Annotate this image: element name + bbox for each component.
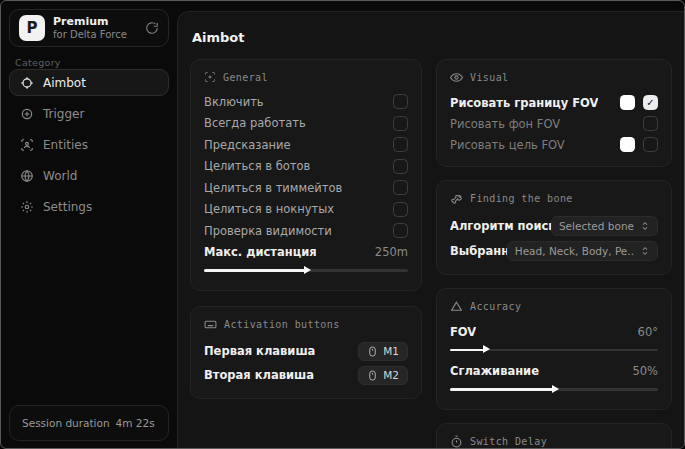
select-value: Head, Neck, Body, Pe.. bbox=[515, 245, 634, 257]
session-label: Session duration bbox=[22, 417, 110, 429]
sidebar-item-label: Entities bbox=[43, 138, 88, 152]
toggle-row: Целиться в нокнутых bbox=[204, 199, 408, 221]
keybind-row: Вторая клавиша M2 bbox=[204, 363, 408, 387]
slider-thumb[interactable] bbox=[483, 345, 490, 353]
sidebar-item-label: Trigger bbox=[43, 107, 84, 121]
visual-label: Рисовать цель FOV bbox=[450, 138, 565, 152]
checkbox[interactable] bbox=[393, 202, 408, 217]
bone-card: Finding the bone Алгоритм поиска кост Se… bbox=[436, 180, 672, 275]
checkbox[interactable] bbox=[393, 223, 408, 238]
toggle-label: Целиться в тиммейтов bbox=[204, 181, 342, 195]
keyboard-icon bbox=[204, 318, 217, 331]
smoothing-slider[interactable] bbox=[450, 384, 658, 394]
visual-card: Visual Рисовать границу FOV Рисовать фон… bbox=[436, 59, 672, 167]
checkbox[interactable] bbox=[643, 116, 658, 131]
checkbox[interactable] bbox=[643, 137, 658, 152]
toggle-row: Включить bbox=[204, 91, 408, 113]
checkbox[interactable] bbox=[393, 94, 408, 109]
sidebar-item-aimbot[interactable]: Aimbot bbox=[9, 69, 169, 96]
select-value: Selected bone bbox=[559, 220, 634, 232]
visual-label: Рисовать фон FOV bbox=[450, 117, 560, 131]
checkbox[interactable] bbox=[393, 159, 408, 174]
crosshair-icon bbox=[20, 76, 34, 90]
scan-icon bbox=[204, 71, 216, 83]
toggle-row: Целиться в ботов bbox=[204, 156, 408, 178]
sidebar-item-settings[interactable]: Settings bbox=[9, 193, 169, 220]
activation-card-title: Activation buttons bbox=[224, 319, 340, 330]
toggle-label: Предсказание bbox=[204, 138, 291, 152]
keybind-key: M1 bbox=[383, 345, 399, 357]
visual-row: Рисовать фон FOV bbox=[450, 113, 658, 134]
activation-card: Activation buttons Первая клавиша M1 bbox=[190, 306, 422, 399]
toggle-row: Проверка видимости bbox=[204, 220, 408, 242]
gear-icon bbox=[20, 200, 34, 214]
mouse-icon bbox=[367, 370, 378, 381]
app-window: P Premium for Delta Force Category Aimbo… bbox=[0, 0, 685, 449]
toggle-label: Всегда работать bbox=[204, 116, 306, 130]
toggle-row: Целиться в тиммейтов bbox=[204, 177, 408, 199]
mouse-icon bbox=[367, 346, 378, 357]
slider-value: 50% bbox=[632, 364, 658, 378]
eye-icon bbox=[450, 71, 463, 84]
delta-icon bbox=[450, 300, 463, 313]
keybind-label: Вторая клавиша bbox=[204, 368, 314, 382]
toggle-label: Целиться в нокнутых bbox=[204, 202, 334, 216]
brand-card: P Premium for Delta Force bbox=[9, 9, 169, 47]
slider-thumb[interactable] bbox=[552, 385, 559, 393]
bone-label: Алгоритм поиска кост bbox=[450, 219, 551, 233]
visual-label: Рисовать границу FOV bbox=[450, 96, 598, 110]
sidebar-item-trigger[interactable]: Trigger bbox=[9, 100, 169, 127]
checkbox[interactable] bbox=[393, 137, 408, 152]
stopwatch-icon bbox=[450, 435, 463, 448]
accuracy-card: Accuracy FOV 60° Сглаживание 50% bbox=[436, 288, 672, 410]
sidebar-item-entities[interactable]: Entities bbox=[9, 131, 169, 158]
unfold-icon bbox=[640, 246, 650, 256]
trigger-icon bbox=[20, 107, 34, 121]
color-swatch[interactable] bbox=[620, 137, 635, 152]
checkbox[interactable] bbox=[393, 116, 408, 131]
checkbox[interactable] bbox=[643, 95, 658, 110]
slider-thumb[interactable] bbox=[304, 266, 311, 274]
switch-delay-card: Switch Delay Задержка переключения Задер… bbox=[436, 423, 672, 449]
keybind-button-m1[interactable]: M1 bbox=[358, 342, 408, 361]
accuracy-card-title: Accuracy bbox=[470, 301, 521, 312]
toggle-row: Предсказание bbox=[204, 134, 408, 156]
slider-value: 250m bbox=[375, 245, 408, 259]
bone-row: Выбранные кос Head, Neck, Body, Pe.. bbox=[450, 238, 658, 263]
keybind-button-m2[interactable]: M2 bbox=[358, 366, 408, 385]
sidebar: P Premium for Delta Force Category Aimbo… bbox=[1, 1, 177, 448]
bone-algorithm-select[interactable]: Selected bone bbox=[551, 216, 658, 236]
bone-row: Алгоритм поиска кост Selected bone bbox=[450, 213, 658, 238]
slider-label: Макс. дистанция bbox=[204, 245, 317, 259]
sidebar-item-world[interactable]: World bbox=[9, 162, 169, 189]
color-swatch[interactable] bbox=[620, 95, 635, 110]
sidebar-item-label: Aimbot bbox=[43, 76, 86, 90]
page-title: Aimbot bbox=[192, 30, 677, 45]
slider-label: Сглаживание bbox=[450, 364, 539, 378]
slider-label: FOV bbox=[450, 325, 476, 339]
session-value: 4m 22s bbox=[116, 417, 155, 429]
sidebar-nav: Aimbot Trigger Entities bbox=[9, 69, 169, 224]
general-card: General Включить Всегда работать Предска… bbox=[190, 59, 422, 291]
slider-header-row: Макс. дистанция 250m bbox=[204, 242, 408, 264]
slider-header-row: Сглаживание 50% bbox=[450, 361, 658, 383]
entities-icon bbox=[20, 138, 34, 152]
switch-delay-card-title: Switch Delay bbox=[470, 436, 547, 447]
toggle-label: Включить bbox=[204, 95, 264, 109]
bone-label: Выбранные кос bbox=[450, 244, 507, 258]
selected-bones-select[interactable]: Head, Neck, Body, Pe.. bbox=[507, 241, 658, 261]
keybind-key: M2 bbox=[383, 369, 399, 381]
product-name: for Delta Force bbox=[53, 29, 137, 41]
checkbox[interactable] bbox=[393, 180, 408, 195]
keybind-label: Первая клавиша bbox=[204, 344, 315, 358]
sidebar-item-label: Settings bbox=[43, 200, 92, 214]
toggle-label: Целиться в ботов bbox=[204, 159, 310, 173]
sidebar-item-label: World bbox=[43, 169, 77, 183]
max-distance-slider[interactable] bbox=[204, 265, 408, 275]
toggle-row: Всегда работать bbox=[204, 113, 408, 135]
general-card-title: General bbox=[223, 72, 268, 83]
visual-row: Рисовать границу FOV bbox=[450, 92, 658, 113]
toggle-label: Проверка видимости bbox=[204, 224, 332, 238]
refresh-icon[interactable] bbox=[145, 21, 159, 35]
fov-slider[interactable] bbox=[450, 345, 658, 355]
